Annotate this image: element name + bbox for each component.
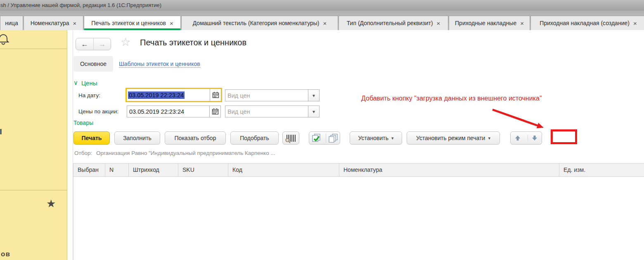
favorites-star-icon[interactable]: ★ (46, 198, 56, 209)
tab-label: Номенклатура (31, 20, 69, 26)
arrow-up-icon (514, 135, 521, 141)
sidebar-divider (0, 49, 67, 49)
chevron-down-icon[interactable]: ▾ (308, 106, 319, 117)
promo-date-label: Цены по акции: (78, 108, 118, 115)
table-header-row: Выбран N Штрихкод SKU Код Номенклатура Е… (73, 163, 644, 177)
set-button[interactable]: Установить ▾ (350, 131, 402, 145)
tab-home-textile-category[interactable]: Домашний текстиль (Категория номенклатур… (181, 16, 338, 30)
move-up-button[interactable] (511, 135, 525, 141)
tab-label: Приходная накладная (создание) (540, 20, 630, 26)
column-header-nomenclature[interactable]: Номенклатура (339, 164, 559, 176)
close-icon[interactable]: × (520, 20, 524, 27)
column-header-n[interactable]: N (105, 164, 129, 176)
set-print-mode-label: Установить режим печати (416, 135, 485, 141)
filter-label: Отбор: (74, 150, 92, 156)
tab-label: Домашний текстиль (Категория номенклатур… (193, 20, 320, 26)
tab-incoming-invoices[interactable]: Приходные накладные × (449, 16, 530, 30)
promo-price-kind-combo: Вид цен ▾ (225, 105, 320, 117)
tab-incoming-invoice-create[interactable]: Приходная накладная (создание) × (530, 16, 644, 30)
move-down-button[interactable] (528, 135, 542, 141)
window-title: sh / Управление нашей фирмой, редакция 1… (0, 0, 644, 11)
goods-section-title: Товары (73, 119, 93, 126)
close-icon[interactable]: × (437, 20, 440, 27)
promo-date-field: 03.05.2019 22:23:24 (127, 105, 221, 117)
tab-label: Тип (Дополнительный реквизит) (347, 20, 433, 26)
close-icon[interactable]: × (170, 20, 173, 27)
calendar-icon[interactable] (209, 106, 220, 117)
bell-icon[interactable] (0, 33, 10, 47)
selected-date-text: 03.05.2019 22:23:24 (128, 91, 185, 99)
tab-start-page[interactable]: ница (0, 16, 23, 30)
tab-type-additional-attribute[interactable]: Тип (Дополнительный реквизит) × (339, 16, 448, 30)
tab-print-labels[interactable]: Печать этикеток и ценников × (84, 16, 181, 30)
table-left-border (73, 177, 73, 260)
barcode-icon (286, 135, 296, 142)
column-header-code[interactable]: Код (228, 164, 339, 176)
sidebar-divider (0, 190, 67, 190)
move-buttons-group (510, 131, 542, 145)
fill-button[interactable]: Заполнить (114, 131, 160, 145)
pick-button[interactable]: Подобрать (230, 131, 279, 145)
add-favorite-star-icon[interactable]: ☆ (121, 37, 130, 48)
selection-buttons-group (309, 131, 340, 145)
calendar-icon[interactable] (210, 89, 221, 101)
column-header-selected[interactable]: Выбран (73, 164, 105, 176)
promo-date-input[interactable]: 03.05.2019 22:23:24 (127, 106, 209, 117)
check-all-button[interactable] (309, 134, 323, 143)
close-icon[interactable]: × (633, 20, 637, 27)
back-button[interactable]: ← (76, 38, 93, 50)
chevron-down-icon[interactable]: ▾ (308, 90, 319, 101)
print-button[interactable]: Печать (73, 131, 110, 145)
column-header-unit[interactable]: Ед. изм. (559, 164, 644, 176)
chevron-down-icon: ▾ (488, 136, 490, 141)
history-nav-group: ← → (76, 38, 111, 50)
close-icon[interactable]: × (73, 20, 77, 27)
tab-label: ница (5, 20, 18, 26)
sidebar-clipped-item (0, 129, 2, 134)
templates-link[interactable]: Шаблоны этикеток и ценников (119, 61, 200, 68)
set-button-label: Установить (358, 135, 388, 141)
filter-value: Организация Равно "Индивидуальный предпр… (96, 150, 275, 156)
tab-bar: ница Номенклатура × Печать этикеток и це… (0, 11, 644, 30)
on-date-field-focused: 03.05.2019 22:23:24 (125, 88, 222, 102)
promo-price-kind-input[interactable]: Вид цен (225, 106, 308, 117)
page-title: Печать этикеток и ценников (140, 38, 246, 47)
on-date-label: На дату: (78, 92, 100, 98)
price-kind-combo: Вид цен ▾ (225, 89, 320, 101)
annotation-arrow-icon (489, 107, 549, 133)
chevron-down-icon: ▾ (391, 136, 394, 141)
uncheck-all-button[interactable] (326, 134, 340, 143)
filter-summary: Отбор: Организация Равно "Индивидуальный… (74, 150, 275, 156)
main-content: ← → ☆ Печать этикеток и ценников Основно… (67, 30, 644, 260)
prices-section-header[interactable]: ∨ Цены (73, 79, 97, 87)
column-header-sku[interactable]: SKU (178, 164, 228, 176)
show-filter-button[interactable]: Показать отбор (165, 131, 226, 145)
column-header-barcode[interactable]: Штрихкод (129, 164, 178, 176)
forward-button[interactable]: → (93, 38, 111, 50)
tab-nomenclature[interactable]: Номенклатура × (24, 16, 83, 30)
tab-label: Печать этикеток и ценников (91, 20, 166, 26)
sidebar-clipped-text: ов (1, 250, 10, 258)
sidebar-panel: ★ ов (0, 30, 67, 260)
tab-label: Приходные накладные (455, 20, 516, 26)
arrow-down-icon (531, 135, 538, 141)
checked-documents-icon (311, 134, 322, 143)
tab-main-section[interactable]: Основное (73, 56, 113, 72)
annotation-text: Добавить кнопку "загрузка данных из внеш… (361, 95, 542, 102)
price-kind-input[interactable]: Вид цен (225, 90, 308, 101)
annotation-box (551, 129, 577, 144)
prices-section-title: Цены (81, 80, 97, 87)
chevron-down-icon: ∨ (73, 79, 78, 87)
close-icon[interactable]: × (323, 20, 327, 27)
application-window: sh / Управление нашей фирмой, редакция 1… (0, 0, 644, 260)
stacked-documents-icon (328, 134, 339, 143)
barcode-search-button[interactable] (282, 131, 299, 145)
on-date-input[interactable]: 03.05.2019 22:23:24 (127, 89, 210, 101)
set-print-mode-button[interactable]: Установить режим печати ▾ (407, 131, 500, 145)
